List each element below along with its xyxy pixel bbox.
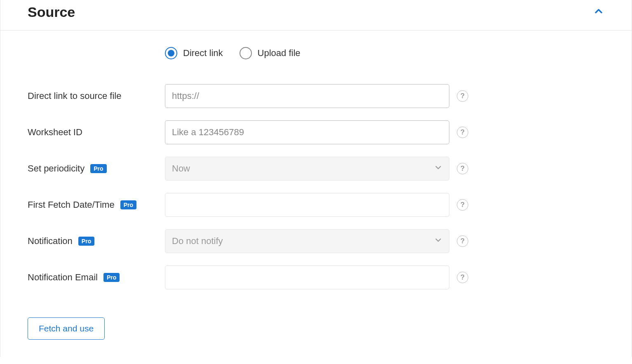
radio-icon — [165, 47, 177, 59]
help-icon[interactable]: ? — [457, 163, 468, 174]
radio-label: Upload file — [258, 48, 301, 59]
label-worksheet-id: Worksheet ID — [28, 127, 165, 138]
chevron-up-icon[interactable] — [593, 5, 604, 19]
panel-header[interactable]: Source — [0, 0, 632, 31]
row-notification: Notification Pro Do not notify ? — [28, 229, 604, 253]
radio-direct-link[interactable]: Direct link — [165, 47, 223, 59]
label-notification: Notification Pro — [28, 236, 165, 247]
help-icon[interactable]: ? — [457, 199, 468, 211]
help-icon[interactable]: ? — [457, 272, 468, 283]
worksheet-id-input[interactable] — [165, 120, 449, 144]
pro-badge: Pro — [78, 237, 94, 246]
notification-email-input[interactable] — [165, 265, 449, 289]
panel-title: Source — [28, 4, 75, 20]
help-icon[interactable]: ? — [457, 235, 468, 247]
label-direct-link: Direct link to source file — [28, 91, 165, 101]
direct-link-input[interactable] — [165, 84, 449, 108]
panel-body: Direct link Upload file Direct link to s… — [0, 31, 632, 357]
help-icon[interactable]: ? — [457, 127, 468, 138]
radio-icon — [240, 47, 252, 59]
row-first-fetch: First Fetch Date/Time Pro ? — [28, 193, 604, 217]
radio-upload-file[interactable]: Upload file — [240, 47, 301, 59]
help-icon[interactable]: ? — [457, 90, 468, 102]
periodicity-select[interactable]: Now — [165, 157, 449, 181]
source-type-radio-group: Direct link Upload file — [165, 47, 604, 59]
fetch-and-use-button[interactable]: Fetch and use — [28, 317, 105, 340]
label-notification-email: Notification Email Pro — [28, 272, 165, 283]
first-fetch-input[interactable] — [165, 193, 449, 217]
row-notification-email: Notification Email Pro ? — [28, 265, 604, 289]
pro-badge: Pro — [103, 273, 120, 282]
label-first-fetch: First Fetch Date/Time Pro — [28, 200, 165, 210]
row-periodicity: Set periodicity Pro Now ? — [28, 157, 604, 181]
radio-label: Direct link — [183, 48, 223, 59]
label-periodicity: Set periodicity Pro — [28, 163, 165, 174]
notification-select[interactable]: Do not notify — [165, 229, 449, 253]
row-worksheet-id: Worksheet ID ? — [28, 120, 604, 144]
source-panel: Source Direct link Upload file Direct li… — [0, 0, 632, 357]
pro-badge: Pro — [90, 164, 106, 173]
row-direct-link: Direct link to source file ? — [28, 84, 604, 108]
pro-badge: Pro — [120, 200, 136, 209]
